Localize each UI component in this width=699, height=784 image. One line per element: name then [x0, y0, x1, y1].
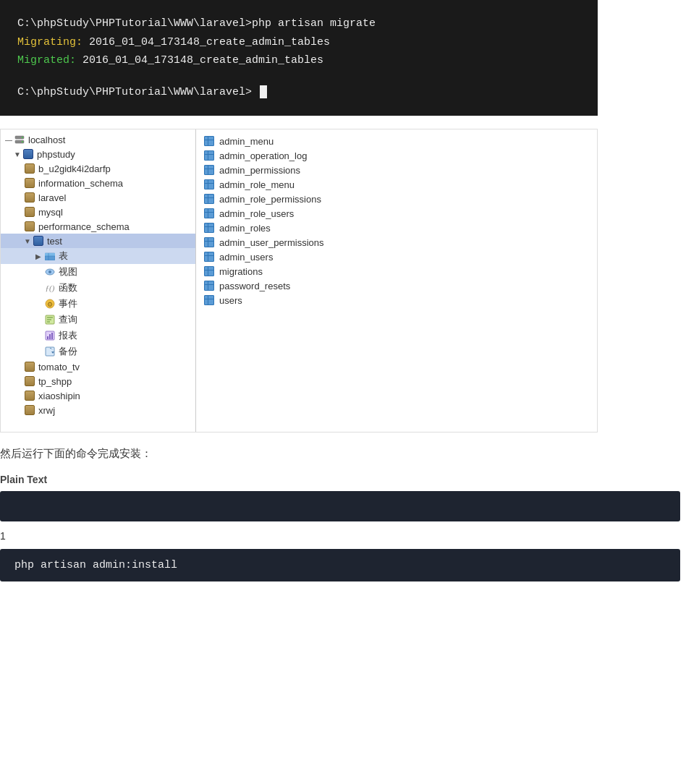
tree-item-db-xrwj[interactable]: xrwj — [1, 403, 195, 417]
table-icon-password-resets — [203, 280, 215, 291]
svg-rect-18 — [49, 334, 51, 339]
plain-text-section: Plain Text 1 php artisan admin:install — [0, 474, 699, 587]
code-input-bar[interactable] — [0, 491, 680, 521]
table-icon-admin-op-log — [203, 150, 215, 161]
table-label-admin-op-log: admin_operation_log — [219, 150, 307, 161]
tree-label-db-tp: tp_shpp — [38, 376, 72, 387]
events-icon: ⚙ — [44, 298, 56, 310]
table-icon-admin-menu — [203, 135, 215, 147]
tree-item-functions[interactable]: ƒ() 函数 — [1, 280, 195, 296]
table-label-admin-roles: admin_roles — [219, 223, 271, 234]
table-item-admin-menu[interactable]: admin_menu — [199, 134, 594, 148]
table-icon-admin-role-perms — [203, 193, 215, 205]
db-icon-laravel — [24, 192, 35, 203]
db-icon-xrwj — [24, 404, 35, 416]
svg-text:⚙: ⚙ — [47, 301, 53, 308]
instruction-text: 然后运行下面的命令完成安装： — [0, 447, 699, 461]
tree-label-functions: 函数 — [59, 281, 77, 294]
table-label-admin-role-perms: admin_role_permissions — [219, 194, 321, 205]
tree-label-db-0: b_u2gidk4i2darfp — [38, 163, 111, 174]
tree-item-db-laravel[interactable]: laravel — [1, 190, 195, 205]
tree-label-phpstudy: phpstudy — [37, 149, 75, 160]
instruction-section: 然后运行下面的命令完成安装： — [0, 433, 699, 474]
svg-point-2 — [22, 137, 23, 138]
db-icon-tp — [24, 375, 35, 387]
expand-icon: — — [5, 136, 12, 144]
table-item-admin-op-log[interactable]: admin_operation_log — [199, 148, 594, 163]
tree-item-db-1[interactable]: information_schema — [1, 176, 195, 190]
table-label-users: users — [219, 295, 242, 306]
functions-icon: ƒ() — [44, 282, 56, 294]
tree-label-backups: 备份 — [59, 345, 77, 358]
svg-rect-19 — [51, 333, 53, 339]
tree-label-reports: 报表 — [59, 329, 77, 342]
db-tree-sidebar: — localhost ▼ phpstudy b_u2gidk4i2darfp … — [1, 129, 196, 432]
tree-item-reports[interactable]: 报表 — [1, 328, 195, 344]
db-icon-mysql — [24, 206, 35, 218]
table-icon-admin-role-users — [203, 208, 215, 219]
tree-item-db-tomato[interactable]: tomato_tv — [1, 359, 195, 374]
tree-label-db-laravel: laravel — [38, 192, 66, 203]
db-icon-test — [33, 235, 44, 247]
table-item-users[interactable]: users — [199, 293, 594, 307]
tree-item-db-0[interactable]: b_u2gidk4i2darfp — [1, 161, 195, 176]
tree-label-events: 事件 — [59, 297, 77, 310]
tree-item-views[interactable]: 视图 — [1, 264, 195, 280]
code-block-install: php artisan admin:install — [0, 549, 680, 581]
db-icon-perf — [24, 221, 35, 232]
tree-label-views: 视图 — [59, 265, 77, 278]
tree-label-db-tomato: tomato_tv — [38, 362, 80, 372]
tree-item-tables[interactable]: ▶ 表 — [1, 248, 195, 264]
table-item-admin-role-users[interactable]: admin_role_users — [199, 206, 594, 221]
table-label-admin-users: admin_users — [219, 252, 273, 263]
tree-item-db-mysql[interactable]: mysql — [1, 205, 195, 219]
tables-expand: ▶ — [35, 252, 43, 260]
table-icon-admin-users — [203, 251, 215, 263]
tree-label-tables: 表 — [59, 250, 68, 263]
server-icon — [14, 134, 25, 145]
table-item-admin-role-menu[interactable]: admin_role_menu — [199, 177, 594, 192]
tree-item-db-perf[interactable]: performance_schema — [1, 219, 195, 234]
tree-label-queries: 查询 — [59, 313, 77, 326]
table-label-admin-perms: admin_permissions — [219, 165, 300, 176]
reports-icon — [44, 330, 56, 341]
terminal-block: C:\phpStudy\PHPTutorial\WWW\laravel>php … — [0, 0, 598, 116]
table-icon-users — [203, 294, 215, 306]
tree-label-db-xrwj: xrwj — [38, 405, 55, 416]
code-text-install: php artisan admin:install — [14, 559, 177, 571]
table-item-admin-role-perms[interactable]: admin_role_permissions — [199, 192, 594, 206]
table-item-admin-roles[interactable]: admin_roles — [199, 221, 594, 235]
terminal-line-migrating: Migrating: 2016_01_04_173148_create_admi… — [17, 33, 580, 52]
table-item-password-resets[interactable]: password_resets — [199, 278, 594, 293]
svg-point-9 — [48, 270, 51, 273]
database-panel: — localhost ▼ phpstudy b_u2gidk4i2darfp … — [0, 129, 598, 433]
table-list-panel: admin_menu admin_operation_log admin_per… — [196, 129, 597, 432]
tree-item-backups[interactable]: 备份 — [1, 344, 195, 359]
backups-icon — [44, 346, 56, 357]
table-item-admin-perms[interactable]: admin_permissions — [199, 163, 594, 177]
svg-rect-5 — [45, 253, 55, 256]
table-label-admin-user-perms: admin_user_permissions — [219, 237, 324, 248]
table-item-migrations[interactable]: migrations — [199, 264, 594, 278]
table-item-admin-user-perms[interactable]: admin_user_permissions — [199, 235, 594, 250]
tree-item-localhost[interactable]: — localhost — [1, 132, 195, 147]
table-label-admin-role-users: admin_role_users — [219, 208, 294, 219]
tree-label-db-mysql: mysql — [38, 207, 63, 218]
tree-item-db-tp[interactable]: tp_shpp — [1, 374, 195, 388]
tree-label-db-xiao: xiaoshipin — [38, 391, 80, 401]
tree-item-phpstudy[interactable]: ▼ phpstudy — [1, 147, 195, 161]
terminal-line-1: C:\phpStudy\PHPTutorial\WWW\laravel>php … — [17, 14, 580, 33]
svg-point-3 — [22, 141, 23, 142]
terminal-cursor — [260, 85, 267, 98]
tree-item-events[interactable]: ⚙ 事件 — [1, 296, 195, 312]
tree-item-db-xiao[interactable]: xiaoshipin — [1, 388, 195, 403]
line-number: 1 — [0, 530, 699, 542]
tree-item-queries[interactable]: 查询 — [1, 312, 195, 328]
table-label-admin-role-menu: admin_role_menu — [219, 179, 295, 190]
table-icon-migrations — [203, 265, 215, 277]
table-label-password-resets: password_resets — [219, 281, 290, 291]
tree-item-db-test[interactable]: ▼ test — [1, 234, 195, 248]
phpstudy-icon — [22, 148, 34, 160]
table-item-admin-users[interactable]: admin_users — [199, 250, 594, 264]
views-icon — [44, 266, 56, 278]
